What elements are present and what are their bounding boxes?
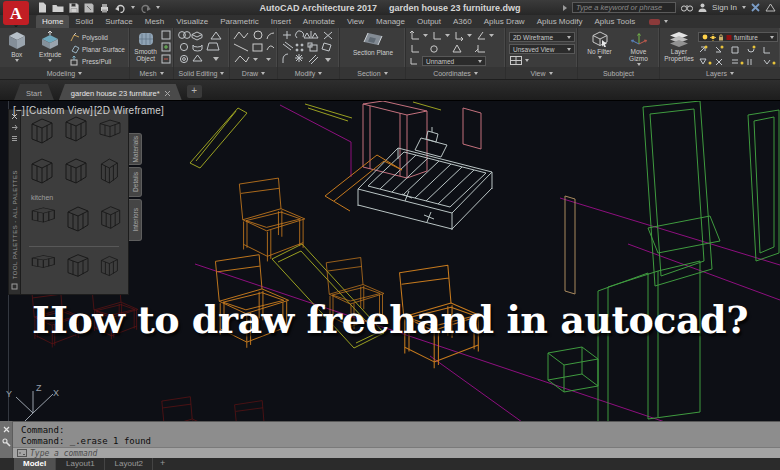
undo-dropdown-icon[interactable] bbox=[131, 6, 135, 9]
layout-tab-layout1[interactable]: Layout1 bbox=[57, 458, 104, 470]
command-history-line: Command: bbox=[21, 425, 780, 436]
panel-label-mesh[interactable]: Mesh bbox=[130, 67, 173, 79]
search-binoculars-icon[interactable] bbox=[681, 3, 693, 12]
new-file-icon[interactable] bbox=[38, 2, 47, 13]
open-icon[interactable] bbox=[52, 3, 64, 13]
exchange-apps-icon[interactable] bbox=[751, 3, 760, 12]
ribbon-tab-annotate[interactable]: Annotate bbox=[297, 15, 341, 28]
palette-tab-interiors[interactable]: Interiors bbox=[129, 199, 142, 241]
layer-tools-row-2[interactable] bbox=[698, 56, 778, 66]
panel-label-solid-editing[interactable]: Solid Editing bbox=[174, 67, 229, 79]
command-input[interactable] bbox=[30, 449, 780, 458]
palette-more-icons[interactable] bbox=[21, 202, 127, 288]
ribbon-tab-manage[interactable]: Manage bbox=[370, 15, 411, 28]
file-tab-start[interactable]: Start bbox=[14, 84, 54, 100]
quick-access-toolbar bbox=[38, 2, 160, 13]
panel-coordinates: Unnamed Coordinates bbox=[406, 28, 506, 79]
save-icon[interactable] bbox=[69, 3, 79, 13]
ribbon-tab-insert[interactable]: Insert bbox=[265, 15, 297, 28]
smooth-object-button[interactable]: Smooth Object bbox=[133, 30, 158, 62]
viewport-view-control[interactable]: [Custom View] bbox=[26, 105, 93, 116]
ribbon-tab-visualize[interactable]: Visualize bbox=[170, 15, 214, 28]
palette-properties-icon[interactable] bbox=[11, 135, 18, 142]
named-view-dropdown[interactable]: Unsaved View bbox=[509, 44, 575, 54]
palette-autohide-icon[interactable] bbox=[11, 124, 18, 131]
communication-center-icon[interactable] bbox=[765, 3, 776, 12]
layout-tab-model[interactable]: Model bbox=[14, 458, 56, 470]
draw-icon-grid[interactable] bbox=[233, 30, 275, 66]
viewport-config-dropdown-icon[interactable] bbox=[525, 59, 529, 62]
panel-label-view[interactable]: View bbox=[506, 67, 577, 79]
palette-tab-details[interactable]: Details bbox=[129, 167, 142, 197]
redo-icon[interactable] bbox=[140, 3, 151, 13]
panel-label-subobject[interactable]: Subobject bbox=[578, 67, 659, 79]
layer-dropdown[interactable]: furniture bbox=[698, 32, 778, 42]
viewport-visual-style-control[interactable]: [2D Wireframe] bbox=[94, 105, 164, 116]
layer-on-bulb-icon bbox=[702, 34, 708, 41]
palette-tab-materials[interactable]: Materials bbox=[129, 133, 142, 165]
save-as-icon[interactable] bbox=[84, 3, 94, 13]
ribbon-tab-output[interactable]: Output bbox=[411, 15, 447, 28]
ribbon-tab-aplus-modify[interactable]: Aplus Modify bbox=[531, 15, 589, 28]
planar-surface-button[interactable]: Planar Surface bbox=[70, 43, 127, 55]
ribbon-tab-home[interactable]: Home bbox=[36, 15, 69, 28]
new-file-tab-button[interactable]: + bbox=[187, 85, 202, 98]
command-close-icon[interactable] bbox=[3, 426, 10, 433]
palette-menu-icon[interactable] bbox=[11, 283, 18, 290]
infocenter-arrow-icon[interactable] bbox=[563, 5, 567, 11]
ribbon-tab-aplus-draw[interactable]: Aplus Draw bbox=[478, 15, 531, 28]
solid-editing-icon-grid[interactable] bbox=[177, 30, 227, 66]
command-customize-wrench-icon[interactable] bbox=[2, 438, 11, 447]
plot-icon[interactable] bbox=[99, 3, 110, 13]
extrude-button[interactable]: Extrude bbox=[34, 30, 67, 62]
box-dropdown-icon[interactable] bbox=[15, 59, 19, 62]
ribbon-tab-aplus-tools[interactable]: Aplus Tools bbox=[588, 15, 641, 28]
polysolid-button[interactable]: Polysolid bbox=[70, 31, 127, 43]
coordinates-icon-row-2[interactable] bbox=[409, 43, 501, 54]
window-title: AutoCAD Architecture 2017garden house 23… bbox=[259, 3, 520, 13]
palette-kitchen-icons[interactable] bbox=[21, 110, 127, 192]
panel-label-modify[interactable]: Modify bbox=[278, 67, 339, 79]
mesh-tools-icon-column[interactable] bbox=[161, 30, 171, 66]
no-filter-button[interactable]: No Filter bbox=[582, 30, 618, 59]
undo-icon[interactable] bbox=[115, 3, 126, 13]
ribbon-tab-mesh[interactable]: Mesh bbox=[139, 15, 171, 28]
modify-icon-grid[interactable] bbox=[281, 30, 337, 66]
box-button[interactable]: Box bbox=[3, 30, 31, 62]
layer-properties-button[interactable]: Layer Properties bbox=[663, 30, 695, 62]
new-layout-button[interactable]: + bbox=[154, 458, 171, 470]
file-tab-document[interactable]: garden house 23 furniture* bbox=[59, 84, 182, 100]
ribbon-tab-solid[interactable]: Solid bbox=[69, 15, 99, 28]
ribbon-extra-dropdown-icon[interactable] bbox=[664, 20, 668, 23]
panel-label-layers[interactable]: Layers bbox=[660, 67, 780, 79]
sign-in-dropdown-icon[interactable] bbox=[742, 6, 746, 9]
search-input[interactable] bbox=[572, 2, 676, 13]
ribbon-tab-view[interactable]: View bbox=[341, 15, 370, 28]
panel-label-modeling[interactable]: Modeling bbox=[0, 67, 129, 79]
ucs-name-dropdown[interactable]: Unnamed bbox=[422, 56, 486, 66]
qat-menu-icon[interactable] bbox=[156, 6, 160, 9]
ribbon-extra-tool-icon[interactable] bbox=[649, 18, 661, 26]
section-plane-button[interactable]: Section Plane bbox=[352, 30, 394, 56]
no-filter-dropdown-icon[interactable] bbox=[598, 56, 602, 59]
layer-tools-row-1[interactable] bbox=[698, 44, 778, 54]
layout-tab-layout2[interactable]: Layout2 bbox=[106, 458, 153, 470]
panel-label-draw[interactable]: Draw bbox=[230, 67, 277, 79]
file-tab-close-icon[interactable] bbox=[165, 91, 170, 96]
sign-in-button[interactable]: Sign In bbox=[712, 3, 737, 12]
ribbon-tab-parametric[interactable]: Parametric bbox=[214, 15, 265, 28]
visual-style-dropdown[interactable]: 2D Wireframe bbox=[509, 32, 575, 42]
ribbon-tab-a360[interactable]: A360 bbox=[447, 15, 478, 28]
move-gizmo-dropdown-icon[interactable] bbox=[637, 63, 641, 66]
panel-label-section[interactable]: Section bbox=[340, 67, 405, 79]
ribbon-tab-surface[interactable]: Surface bbox=[99, 15, 139, 28]
press-pull-button[interactable]: Press/Pull bbox=[70, 55, 127, 67]
viewport-config-icon[interactable] bbox=[510, 56, 522, 65]
coordinates-icon-row-1[interactable] bbox=[409, 30, 501, 41]
app-menu-button[interactable]: A bbox=[3, 1, 31, 27]
drawing-area[interactable]: Y Z X [−][Custom View][2D Wireframe] TOO… bbox=[0, 100, 780, 421]
extrude-dropdown-icon[interactable] bbox=[48, 59, 52, 62]
move-gizmo-button[interactable]: Move Gizmo bbox=[621, 30, 657, 66]
panel-label-coordinates[interactable]: Coordinates bbox=[406, 67, 505, 79]
viewport-menu-control[interactable]: [−] bbox=[13, 105, 25, 116]
